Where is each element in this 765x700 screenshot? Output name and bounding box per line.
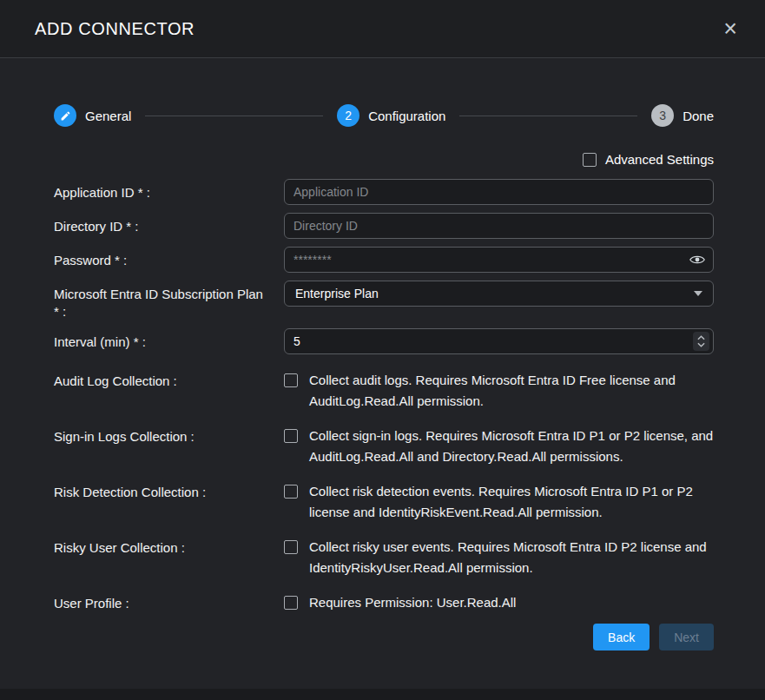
modal-header: ADD CONNECTOR × — [0, 0, 765, 58]
connector-form: Application ID * : Directory ID * : Pass… — [54, 179, 714, 650]
risk-detection-label: Risk Detection Collection : — [54, 481, 284, 501]
risky-user-checkbox[interactable] — [284, 540, 298, 554]
modal-body: General 2 Configuration 3 Done Advanced … — [0, 104, 765, 650]
interval-stepper[interactable] — [693, 332, 709, 351]
audit-log-description: Collect audit logs. Requires Microsoft E… — [309, 370, 714, 412]
advanced-settings-label: Advanced Settings — [605, 152, 714, 167]
subscription-plan-label: Microsoft Entra ID Subscription Plan * : — [54, 281, 284, 320]
step-done[interactable]: 3 Done — [651, 104, 714, 127]
application-id-input[interactable] — [284, 179, 714, 205]
password-label: Password * : — [54, 247, 284, 269]
user-profile-label: User Profile : — [54, 592, 284, 612]
risky-user-label: Risky User Collection : — [54, 537, 284, 557]
password-row: Password * : — [54, 247, 714, 273]
subscription-plan-row: Microsoft Entra ID Subscription Plan * :… — [54, 281, 714, 320]
show-password-eye-icon[interactable] — [689, 253, 705, 267]
wizard-stepper: General 2 Configuration 3 Done — [54, 104, 714, 127]
back-button[interactable]: Back — [593, 624, 650, 650]
step-done-circle: 3 — [651, 104, 674, 127]
directory-id-row: Directory ID * : — [54, 213, 714, 239]
user-profile-description: Requires Permission: User.Read.All — [309, 592, 516, 613]
interval-input[interactable] — [284, 328, 714, 354]
step-general[interactable]: General — [54, 104, 131, 127]
application-id-row: Application ID * : — [54, 179, 714, 205]
step-connector — [459, 116, 637, 116]
close-icon[interactable]: × — [723, 17, 737, 41]
risk-detection-description: Collect risk detection events. Requires … — [309, 481, 714, 523]
signin-logs-description: Collect sign-in logs. Requires Microsoft… — [309, 426, 714, 467]
step-configuration-circle: 2 — [337, 104, 359, 127]
password-input[interactable] — [284, 247, 714, 273]
risk-detection-checkbox[interactable] — [284, 485, 298, 499]
audit-log-checkbox[interactable] — [284, 373, 298, 387]
user-profile-checkbox[interactable] — [284, 596, 298, 610]
subscription-plan-select[interactable]: Enterprise Plan — [284, 281, 714, 307]
step-configuration[interactable]: 2 Configuration — [337, 104, 445, 127]
interval-row: Interval (min) * : — [54, 328, 714, 354]
step-general-label: General — [85, 109, 131, 123]
next-button[interactable]: Next — [659, 624, 714, 650]
risky-user-row: Risky User Collection : Collect risky us… — [54, 537, 714, 578]
interval-label: Interval (min) * : — [54, 328, 284, 351]
signin-logs-row: Sign-in Logs Collection : Collect sign-i… — [54, 426, 714, 467]
application-id-label: Application ID * : — [54, 179, 284, 201]
directory-id-input[interactable] — [284, 213, 714, 239]
step-connector — [145, 116, 323, 116]
chevron-down-icon — [694, 291, 702, 296]
audit-log-label: Audit Log Collection : — [54, 370, 284, 390]
directory-id-label: Directory ID * : — [54, 213, 284, 235]
pencil-icon — [60, 110, 71, 122]
risky-user-description: Collect risky user events. Requires Micr… — [309, 537, 714, 578]
step-general-circle — [54, 104, 76, 127]
footer-buttons: Back Next — [54, 624, 714, 650]
page-title: ADD CONNECTOR — [35, 19, 195, 39]
signin-logs-checkbox[interactable] — [284, 429, 298, 443]
chevron-down-icon — [697, 342, 705, 347]
step-configuration-label: Configuration — [368, 109, 445, 123]
chevron-up-icon — [697, 335, 705, 340]
risk-detection-row: Risk Detection Collection : Collect risk… — [54, 481, 714, 523]
signin-logs-label: Sign-in Logs Collection : — [54, 426, 284, 446]
page-background-strip — [0, 689, 765, 700]
advanced-settings-row: Advanced Settings — [54, 152, 714, 167]
user-profile-row: User Profile : Requires Permission: User… — [54, 592, 714, 613]
advanced-settings-checkbox[interactable] — [583, 153, 597, 167]
step-done-label: Done — [683, 109, 714, 123]
audit-log-row: Audit Log Collection : Collect audit log… — [54, 370, 714, 412]
subscription-plan-value: Enterprise Plan — [295, 287, 379, 300]
